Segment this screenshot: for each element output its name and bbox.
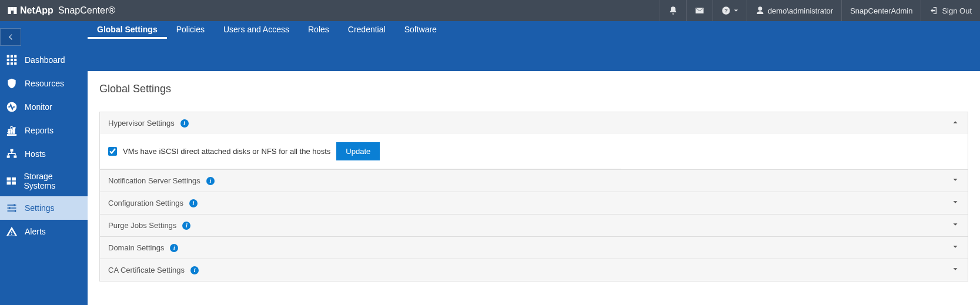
section-label: Notification Server Settings (108, 176, 200, 185)
help-button[interactable]: ? (713, 0, 747, 21)
page-title: Global Settings (99, 83, 968, 95)
grid-icon (6, 54, 18, 66)
brand-company: NetApp (20, 5, 53, 16)
section-purge: Purge Jobs Settings i (100, 214, 968, 236)
vms-iscsi-checkbox[interactable] (108, 147, 117, 156)
sidebar-item-hosts[interactable]: Hosts (0, 142, 88, 166)
help-icon: ? (721, 6, 731, 15)
info-icon[interactable]: i (180, 119, 189, 128)
sidebar-item-monitor[interactable]: Monitor (0, 95, 88, 119)
sidebar-item-label: Reports (25, 126, 53, 135)
svg-point-27 (14, 210, 16, 212)
sidebar-item-alerts[interactable]: Alerts (0, 220, 88, 243)
section-label: Domain Settings (108, 243, 164, 252)
role-label-item[interactable]: SnapCenterAdmin (841, 0, 921, 21)
section-label: Configuration Settings (108, 199, 183, 207)
netapp-logo: NetApp (7, 5, 53, 16)
tab-roles[interactable]: Roles (299, 21, 339, 39)
messages-button[interactable] (686, 0, 713, 21)
chevron-up-icon (951, 118, 959, 128)
content-area: Global Settings Hypervisor Settings i VM… (88, 71, 980, 281)
topbar-right: ? demo\administrator SnapCenterAdmin Sig… (660, 0, 980, 21)
svg-rect-21 (7, 177, 11, 180)
section-hypervisor: Hypervisor Settings i VMs have iSCSI dir… (100, 112, 968, 169)
section-header-domain[interactable]: Domain Settings i (100, 237, 968, 259)
sidebar: Dashboard Resources Monitor Reports Host… (0, 21, 88, 305)
checkbox-label: VMs have iSCSI direct attached disks or … (123, 147, 330, 156)
sidebar-item-label: Settings (25, 203, 55, 213)
caret-down-icon (734, 8, 738, 13)
update-button[interactable]: Update (336, 142, 380, 160)
svg-point-26 (9, 207, 11, 209)
svg-rect-23 (7, 182, 11, 185)
chevron-down-icon (951, 176, 959, 186)
chevron-down-icon (951, 265, 959, 275)
sidebar-item-label: Dashboard (25, 55, 65, 65)
user-label: demo\administrator (768, 6, 833, 15)
sidebar-item-storage[interactable]: Storage Systems (0, 166, 88, 196)
tab-policies[interactable]: Policies (167, 21, 214, 39)
svg-rect-12 (11, 62, 13, 65)
svg-rect-20 (14, 156, 16, 158)
sidebar-item-dashboard[interactable]: Dashboard (0, 48, 88, 72)
netapp-mark-icon (7, 5, 18, 16)
section-label: Hypervisor Settings (108, 119, 175, 128)
sliders-icon (6, 202, 18, 214)
info-icon[interactable]: i (190, 266, 199, 274)
info-icon[interactable]: i (170, 244, 178, 252)
tab-credential[interactable]: Credential (339, 21, 395, 39)
svg-rect-2 (11, 7, 14, 11)
brand-area: NetApp SnapCenter® (7, 5, 115, 16)
section-body-hypervisor: VMs have iSCSI direct attached disks or … (100, 134, 621, 169)
svg-rect-5 (7, 55, 9, 58)
sidebar-item-settings[interactable]: Settings (0, 196, 88, 220)
tab-users-access[interactable]: Users and Access (214, 21, 299, 39)
info-icon[interactable]: i (182, 222, 190, 230)
brand-product: SnapCenter® (58, 5, 115, 16)
host-icon (6, 148, 18, 160)
section-ca-cert: CA Certificate Settings i (100, 259, 968, 281)
envelope-icon (695, 6, 704, 15)
svg-text:?: ? (724, 8, 728, 14)
section-configuration: Configuration Settings i (100, 192, 968, 214)
tabs-bar: Global Settings Policies Users and Acces… (0, 21, 980, 71)
section-label: CA Certificate Settings (108, 266, 185, 274)
svg-rect-7 (14, 55, 16, 58)
svg-rect-18 (11, 149, 14, 152)
section-header-configuration[interactable]: Configuration Settings i (100, 192, 968, 214)
section-header-hypervisor[interactable]: Hypervisor Settings i (100, 112, 968, 134)
tab-software[interactable]: Software (395, 21, 446, 39)
info-icon[interactable]: i (189, 199, 198, 207)
svg-rect-22 (12, 177, 16, 180)
sidebar-item-label: Storage Systems (24, 172, 82, 190)
chevron-down-icon (951, 220, 959, 230)
user-menu[interactable]: demo\administrator (747, 0, 841, 21)
info-icon[interactable]: i (206, 177, 215, 185)
pulse-icon (6, 101, 18, 113)
sidebar-item-resources[interactable]: Resources (0, 72, 88, 95)
section-header-notification[interactable]: Notification Server Settings i (100, 170, 968, 192)
topbar: NetApp SnapCenter® ? demo\administrator … (0, 0, 980, 21)
signout-button[interactable]: Sign Out (921, 0, 980, 21)
svg-rect-10 (14, 59, 16, 61)
chevron-down-icon (951, 243, 959, 253)
svg-rect-6 (11, 55, 13, 58)
bell-icon (668, 6, 678, 15)
tab-global-settings[interactable]: Global Settings (88, 21, 167, 39)
svg-rect-11 (7, 62, 9, 65)
svg-point-25 (14, 204, 15, 206)
svg-rect-9 (11, 59, 13, 61)
notifications-button[interactable] (660, 0, 686, 21)
section-notification: Notification Server Settings i (100, 169, 968, 192)
shield-icon (6, 78, 18, 89)
section-header-ca-cert[interactable]: CA Certificate Settings i (100, 259, 968, 281)
user-icon (755, 6, 765, 15)
section-header-purge[interactable]: Purge Jobs Settings i (100, 214, 968, 236)
sidebar-item-label: Monitor (25, 102, 52, 112)
sidebar-item-label: Alerts (25, 227, 46, 236)
svg-rect-17 (14, 127, 15, 133)
signout-label: Sign Out (942, 6, 972, 15)
sidebar-item-reports[interactable]: Reports (0, 119, 88, 142)
sidebar-item-label: Resources (25, 79, 64, 88)
sidebar-collapse-button[interactable] (0, 28, 21, 46)
